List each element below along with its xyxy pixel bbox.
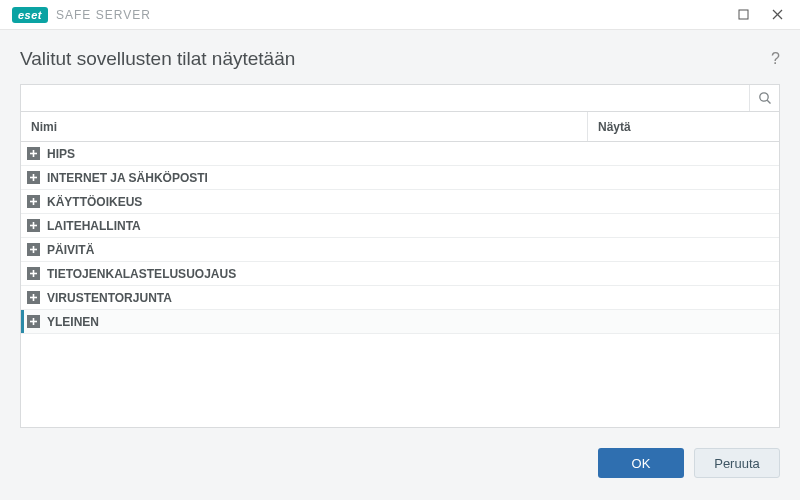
group-label: HIPS <box>47 147 75 161</box>
expand-icon[interactable] <box>27 291 40 304</box>
window-close-button[interactable] <box>760 0 794 30</box>
expand-icon[interactable] <box>27 315 40 328</box>
page-title: Valitut sovellusten tilat näytetään <box>20 48 295 70</box>
dialog-footer: OK Peruuta <box>20 438 780 488</box>
close-icon <box>772 9 783 20</box>
search-button[interactable] <box>749 85 779 111</box>
page-header: Valitut sovellusten tilat näytetään ? <box>20 48 780 70</box>
table-body: HIPSINTERNET JA SÄHKÖPOSTIKÄYTTÖOIKEUSLA… <box>21 142 779 427</box>
cancel-button[interactable]: Peruuta <box>694 448 780 478</box>
search-icon <box>758 91 772 105</box>
expand-icon[interactable] <box>27 243 40 256</box>
expand-icon[interactable] <box>27 147 40 160</box>
table-row[interactable]: YLEINEN <box>21 310 779 334</box>
expand-icon[interactable] <box>27 195 40 208</box>
search-input[interactable] <box>21 85 749 111</box>
square-icon <box>738 9 749 20</box>
expand-icon[interactable] <box>27 267 40 280</box>
group-label: KÄYTTÖOIKEUS <box>47 195 142 209</box>
table-row[interactable]: PÄIVITÄ <box>21 238 779 262</box>
group-label: YLEINEN <box>47 315 99 329</box>
settings-table: Nimi Näytä HIPSINTERNET JA SÄHKÖPOSTIKÄY… <box>20 112 780 428</box>
search-bar <box>20 84 780 112</box>
help-icon[interactable]: ? <box>771 50 780 68</box>
group-label: INTERNET JA SÄHKÖPOSTI <box>47 171 208 185</box>
brand-product: SAFE SERVER <box>56 8 151 22</box>
group-label: LAITEHALLINTA <box>47 219 141 233</box>
svg-point-3 <box>759 93 767 101</box>
window-maximize-button[interactable] <box>726 0 760 30</box>
titlebar: eset SAFE SERVER <box>0 0 800 30</box>
table-row[interactable]: LAITEHALLINTA <box>21 214 779 238</box>
group-label: VIRUSTENTORJUNTA <box>47 291 172 305</box>
table-row[interactable]: KÄYTTÖOIKEUS <box>21 190 779 214</box>
svg-line-4 <box>767 100 770 103</box>
brand-badge: eset <box>12 7 48 23</box>
expand-icon[interactable] <box>27 219 40 232</box>
column-header-show[interactable]: Näytä <box>588 112 779 141</box>
column-header-name[interactable]: Nimi <box>21 112 588 141</box>
group-label: PÄIVITÄ <box>47 243 94 257</box>
table-row[interactable]: INTERNET JA SÄHKÖPOSTI <box>21 166 779 190</box>
table-row[interactable]: TIETOJENKALASTELUSUOJAUS <box>21 262 779 286</box>
svg-rect-0 <box>739 10 748 19</box>
dialog-body: Valitut sovellusten tilat näytetään ? Ni… <box>0 30 800 500</box>
group-label: TIETOJENKALASTELUSUOJAUS <box>47 267 236 281</box>
ok-button[interactable]: OK <box>598 448 684 478</box>
table-row[interactable]: VIRUSTENTORJUNTA <box>21 286 779 310</box>
table-header: Nimi Näytä <box>21 112 779 142</box>
expand-icon[interactable] <box>27 171 40 184</box>
table-row[interactable]: HIPS <box>21 142 779 166</box>
